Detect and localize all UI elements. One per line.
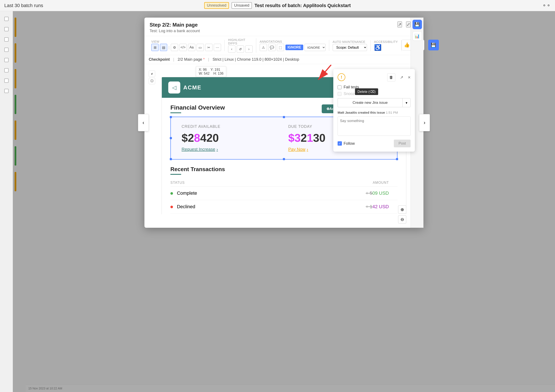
toolbar-view-group: VIEW ⊞ ▤ | ⚙ </> Aa ▭ ✂ ⋯	[151, 40, 221, 51]
snooze-failures-checkbox[interactable]	[338, 92, 342, 96]
tx-table-header: STATUS AMOUNT	[170, 179, 397, 186]
sidebar-checkbox-3[interactable]	[2, 35, 11, 44]
share-issue-btn[interactable]: ↗	[397, 73, 406, 81]
table-row: Complete + 509 USD	[170, 186, 397, 200]
pay-now-arrow: ›	[307, 147, 308, 152]
coord-y: Y: 191	[211, 68, 220, 71]
diff-indicator: ≠ ⓘ	[149, 71, 155, 84]
sidebar-checkbox-1[interactable]	[2, 14, 11, 23]
highlight-next-btn[interactable]: ›	[245, 45, 253, 53]
view-code-btn[interactable]: </>	[179, 44, 187, 51]
annotations-dropdown[interactable]: IGNORE	[305, 44, 326, 51]
acme-logo-area: ◁ ACME	[168, 81, 202, 93]
handle-tl	[170, 116, 172, 118]
tx-header-amount: AMOUNT	[280, 181, 397, 185]
table-row: Declined + 142 USD	[170, 200, 397, 214]
toolbar-auto-maint-group: AUTO MAINTENANCE Scope: Default	[333, 40, 367, 51]
tx-header-status: STATUS	[170, 181, 280, 185]
tx-status-declined: Declined	[170, 204, 280, 209]
highlight-circle-btn[interactable]: ↺	[237, 45, 244, 53]
sidebar-checkbox-6[interactable]	[2, 66, 11, 75]
dt-3: 3	[294, 132, 301, 144]
toolbar-auto-maint-section: AUTO MAINTENANCE Scope: Default	[329, 40, 371, 51]
handle-ml	[170, 137, 172, 139]
request-increase-link[interactable]: Request Increase ›	[182, 147, 280, 152]
next-nav-arrow[interactable]: ›	[419, 114, 430, 131]
handle-bm	[283, 158, 285, 160]
dt-30: 30	[313, 132, 326, 144]
check-2[interactable]	[4, 27, 9, 31]
checkpoint-sep-2: |	[208, 57, 209, 62]
checkpoint-asterisk: *	[203, 57, 205, 62]
zoom-in-btn[interactable]: ⊕	[398, 206, 406, 214]
view-scissors-btn[interactable]: ✂	[205, 44, 212, 51]
modal-share-button[interactable]: ↗	[397, 21, 402, 28]
view-label: VIEW	[151, 40, 221, 43]
svg-line-1	[318, 65, 331, 80]
main-layout: ‹ › Step 2/2: Main page Test: Log into a…	[0, 11, 555, 392]
diff-info-icon: ⓘ	[149, 78, 155, 84]
annotations-controls: ⚠ 💬 ⬚ IGNORE IGNORE	[260, 44, 326, 51]
sidebar-checkbox-2[interactable]	[2, 25, 11, 34]
view-btn-2[interactable]: ▤	[160, 44, 167, 51]
prev-nav-arrow[interactable]: ‹	[138, 114, 149, 131]
create-jira-btn[interactable]: Create new Jira issue	[338, 98, 402, 107]
financial-title: Financial Overview	[170, 104, 225, 111]
toolbar-annotations-group: ANNOTATIONS ⚠ 💬 ⬚ IGNORE IGNORE	[260, 40, 326, 51]
accessibility-label: ACCESSIBILITY	[374, 40, 398, 43]
dt-2: 2	[301, 132, 307, 144]
check-5[interactable]	[4, 58, 9, 62]
annotation-speech-btn[interactable]: 💬	[268, 44, 276, 51]
highlight-label: HIGHLIGHT DIFFS	[228, 38, 253, 45]
modal-title: Step 2/2: Main page	[150, 22, 418, 28]
unresolved-badge: Unresolved	[204, 2, 229, 9]
tx-amount-complete: + 509 USD	[280, 190, 397, 196]
chart-right-btn[interactable]: 📊	[412, 31, 422, 41]
modal-expand-button[interactable]: ⤢	[406, 21, 410, 28]
annotation-rect-btn[interactable]: ⬚	[277, 44, 284, 51]
toolbar-accessibility-section: ACCESSIBILITY ♿	[371, 40, 402, 51]
table-row: Pending - 441 USD	[170, 214, 397, 214]
issue-panel-close-btn[interactable]: ×	[408, 75, 410, 80]
sidebar-checkbox-8[interactable]	[2, 87, 11, 95]
issue-panel: ! 🗑 Delete (⌫) ↗ × Fail	[333, 69, 415, 152]
accessibility-icon: ♿	[374, 44, 382, 51]
coords-tooltip: X: 96 Y: 191 W: 542 H: 136	[196, 66, 226, 77]
view-rect-btn[interactable]: ▭	[197, 44, 204, 51]
financial-title-area: Financial Overview	[170, 104, 225, 113]
check-6[interactable]	[4, 68, 9, 72]
check-8[interactable]	[4, 89, 9, 93]
jira-btn-group: Create new Jira issue ▾	[338, 98, 410, 107]
annotation-warn-btn[interactable]: ⚠	[260, 44, 267, 51]
diff-neq-icon: ≠	[149, 71, 155, 77]
ca-2: 2	[188, 132, 194, 144]
checkpoint-sep-1: |	[173, 57, 174, 62]
view-btn-1[interactable]: ⊞	[151, 44, 159, 51]
save-right-btn[interactable]: 💾	[412, 20, 422, 29]
check-7[interactable]	[4, 78, 9, 83]
save-btn[interactable]: 💾	[428, 40, 439, 50]
check-1[interactable]	[4, 17, 9, 21]
view-more-btn[interactable]: ⋯	[214, 44, 221, 51]
auto-maint-select[interactable]: Scope: Default	[333, 44, 367, 51]
tx-amount-declined: + 142 USD	[280, 204, 397, 209]
view-layers-btn[interactable]: ⚙	[171, 44, 178, 51]
jira-dropdown-btn[interactable]: ▾	[402, 98, 410, 107]
delete-button[interactable]: 🗑	[387, 73, 395, 81]
sidebar-checkbox-7[interactable]	[2, 76, 11, 85]
check-4[interactable]	[4, 48, 9, 52]
post-button[interactable]: Post	[394, 140, 410, 147]
check-3[interactable]	[4, 37, 9, 42]
sidebar-checkbox-4[interactable]	[2, 45, 11, 54]
checkpoint-label: Checkpoint	[149, 57, 170, 62]
zoom-out-btn[interactable]: ⊖	[398, 215, 406, 223]
handle-bl	[170, 158, 172, 160]
toolbar-highlight-section: HIGHLIGHT DIFFS ‹ ↺ ›	[225, 38, 256, 53]
main-modal: ‹ › Step 2/2: Main page Test: Log into a…	[145, 18, 424, 228]
view-aa-btn[interactable]: Aa	[188, 44, 195, 51]
comment-textarea[interactable]	[338, 116, 410, 136]
auto-maint-label: AUTO MAINTENANCE	[333, 40, 367, 43]
highlight-prev-btn[interactable]: ‹	[228, 45, 235, 53]
sidebar-checkbox-5[interactable]	[2, 56, 11, 64]
left-sidebar	[0, 11, 13, 392]
